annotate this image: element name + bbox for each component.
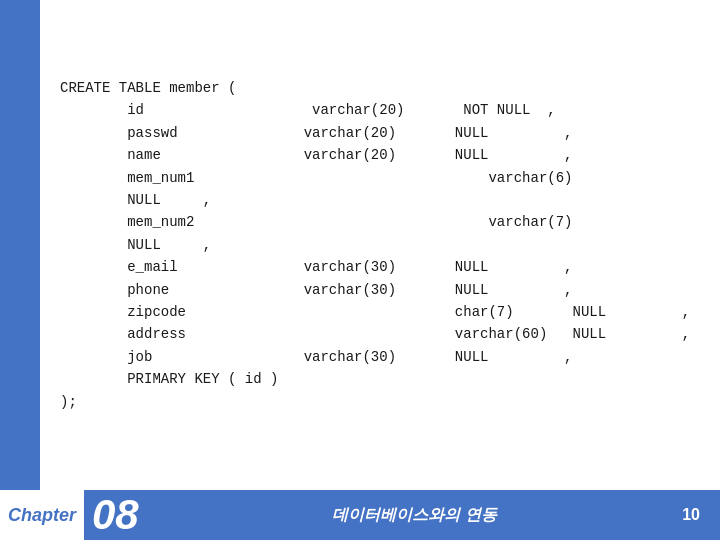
footer-page-number: 10 [682,506,720,524]
chapter-number: 08 [84,494,147,536]
blue-accent-bar [0,0,40,490]
code-block: CREATE TABLE member ( id varchar(20) NOT… [60,77,690,413]
main-content: CREATE TABLE member ( id varchar(20) NOT… [0,0,720,490]
chapter-label: Chapter [0,490,84,540]
footer: Chapter 08 데이터베이스와의 연동 10 [0,490,720,540]
footer-left: Chapter 08 [0,490,147,540]
footer-title: 데이터베이스와의 연동 [147,505,682,526]
